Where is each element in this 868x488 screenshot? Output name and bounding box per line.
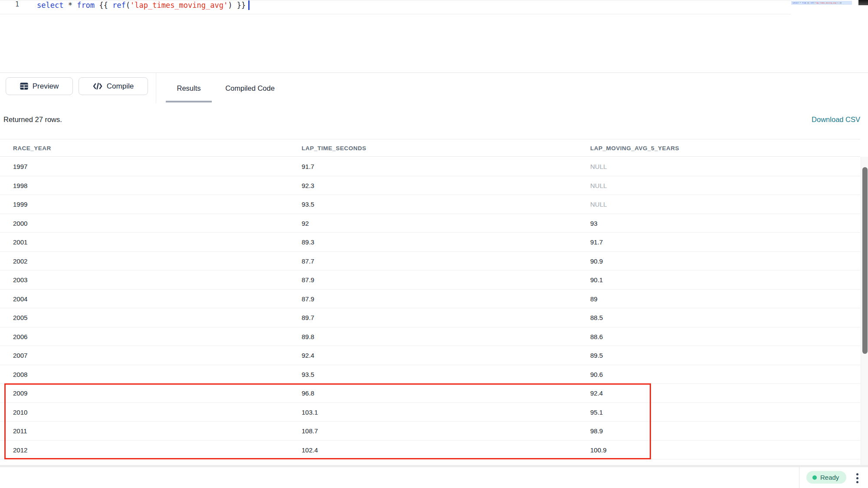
code-token: select bbox=[37, 1, 63, 10]
table-cell: 103.1 bbox=[302, 403, 318, 422]
table-cell: 87.9 bbox=[302, 290, 314, 309]
row-count-summary: Returned 27 rows. bbox=[3, 115, 62, 124]
compile-button[interactable]: Compile bbox=[79, 77, 148, 95]
table-cell: 90.9 bbox=[590, 252, 603, 271]
code-token: select bbox=[792, 2, 799, 4]
table-cell: 89.7 bbox=[302, 308, 314, 327]
table-cell: 89 bbox=[590, 290, 598, 309]
compile-button-label: Compile bbox=[107, 82, 134, 91]
table-cell: 1997 bbox=[13, 157, 27, 176]
text-cursor bbox=[248, 0, 250, 10]
table-scrollbar-track[interactable] bbox=[861, 157, 868, 465]
table-cell: 91.7 bbox=[302, 157, 314, 176]
table-cell: NULL bbox=[590, 195, 607, 214]
table-row: 199892.3NULL bbox=[0, 176, 860, 195]
table-row: 200287.790.9 bbox=[0, 252, 860, 271]
table-cell: 2010 bbox=[13, 403, 27, 422]
table-cell: 98.9 bbox=[590, 422, 603, 441]
results-summary-bar: Returned 27 rows. Download CSV bbox=[0, 103, 868, 139]
dbt-ide-panel: 1 select * from {{ ref('lap_times_moving… bbox=[0, 0, 868, 488]
table-row: 200387.990.1 bbox=[0, 270, 860, 290]
table-cell: 90.6 bbox=[590, 365, 603, 384]
table-cell: 2012 bbox=[13, 441, 27, 460]
code-token: ) }} bbox=[228, 1, 246, 10]
status-bar-divider bbox=[799, 467, 799, 488]
table-cell: 2003 bbox=[13, 270, 27, 290]
sql-editor[interactable]: 1 select * from {{ ref('lap_times_moving… bbox=[0, 0, 868, 73]
table-cell: 92.3 bbox=[302, 176, 314, 195]
table-cell: 89.8 bbox=[302, 327, 314, 346]
code-token: {{ bbox=[806, 2, 810, 4]
code-token: * bbox=[63, 1, 77, 10]
table-cell: 93.5 bbox=[302, 365, 314, 384]
table-cell: 2005 bbox=[13, 308, 27, 327]
sql-code-line[interactable]: select * from {{ ref('lap_times_moving_a… bbox=[37, 0, 250, 14]
editor-minimap[interactable]: select * from {{ ref('lap_times_moving_a… bbox=[791, 0, 852, 7]
tab-results-label: Results bbox=[177, 84, 201, 92]
tab-results[interactable]: Results bbox=[166, 73, 212, 103]
code-token: from bbox=[77, 1, 95, 10]
kebab-menu-icon[interactable] bbox=[855, 472, 859, 485]
column-header-lap-time-seconds: LAP_TIME_SECONDS bbox=[302, 139, 366, 157]
code-token: 'lap_times_moving_avg' bbox=[130, 1, 228, 10]
code-token: ref bbox=[112, 1, 126, 10]
download-csv-link[interactable]: Download CSV bbox=[812, 115, 860, 124]
table-row: 199993.5NULL bbox=[0, 195, 860, 214]
table-cell: 2007 bbox=[13, 346, 27, 365]
table-cell: 2004 bbox=[13, 290, 27, 309]
table-cell: 87.7 bbox=[302, 252, 314, 271]
table-scrollbar-thumb[interactable] bbox=[862, 167, 868, 354]
table-row: 2010103.195.1 bbox=[0, 403, 860, 422]
table-cell: 2000 bbox=[13, 214, 27, 233]
status-dot-icon bbox=[812, 475, 817, 480]
table-row: 200792.489.5 bbox=[0, 346, 860, 365]
table-cell: 89.5 bbox=[590, 346, 603, 365]
table-row: 200689.888.6 bbox=[0, 327, 860, 346]
code-token: * bbox=[799, 2, 802, 4]
table-row: 2012102.4100.9 bbox=[0, 441, 860, 460]
table-header-row: RACE_YEAR LAP_TIME_SECONDS LAP_MOVING_AV… bbox=[0, 139, 860, 157]
table-cell: 91.7 bbox=[590, 233, 603, 252]
table-cell: 93 bbox=[590, 214, 598, 233]
table-cell: 93.5 bbox=[302, 195, 314, 214]
preview-button[interactable]: Preview bbox=[6, 77, 73, 95]
status-label: Ready bbox=[820, 474, 839, 481]
table-row: 199791.7NULL bbox=[0, 157, 860, 176]
table-row: 200487.989 bbox=[0, 290, 860, 309]
table-cell: 88.5 bbox=[590, 308, 603, 327]
code-token: 'lap_times_moving_avg' bbox=[815, 2, 838, 4]
table-cell: 92.4 bbox=[302, 346, 314, 365]
table-cell: 2009 bbox=[13, 384, 27, 403]
table-cell: 108.7 bbox=[302, 422, 318, 441]
table-cell: 92.4 bbox=[590, 384, 603, 403]
editor-scrollbar-thumb[interactable] bbox=[858, 0, 868, 5]
table-cell: 90.1 bbox=[590, 270, 603, 290]
preview-button-label: Preview bbox=[33, 82, 59, 91]
table-cell: 87.9 bbox=[302, 270, 314, 290]
table-cell: 100.9 bbox=[590, 441, 607, 460]
table-cell: 1998 bbox=[13, 176, 27, 195]
results-toolbar: Preview Compile Results Compiled Code bbox=[0, 73, 868, 103]
active-tab-underline bbox=[166, 101, 212, 102]
code-token: ) }} bbox=[838, 2, 842, 4]
table-row: 200589.788.5 bbox=[0, 308, 860, 327]
table-grid-icon bbox=[20, 82, 28, 90]
table-row: 200996.892.4 bbox=[0, 384, 860, 403]
table-cell: 96.8 bbox=[302, 384, 314, 403]
table-row: 20009293 bbox=[0, 214, 860, 233]
table-cell: 1999 bbox=[13, 195, 27, 214]
table-cell: 92 bbox=[302, 214, 309, 233]
table-cell: 2001 bbox=[13, 233, 27, 252]
code-brackets-icon bbox=[93, 82, 102, 90]
table-row: 200893.590.6 bbox=[0, 365, 860, 384]
minimap-code-line: select * from {{ ref('lap_times_moving_a… bbox=[791, 1, 852, 5]
tab-compiled-code[interactable]: Compiled Code bbox=[220, 73, 280, 103]
code-token: {{ bbox=[95, 1, 112, 10]
table-cell: 2011 bbox=[13, 422, 27, 441]
table-cell: 2002 bbox=[13, 252, 27, 271]
table-row: 200189.391.7 bbox=[0, 233, 860, 252]
table-cell: NULL bbox=[590, 157, 607, 176]
table-cell: NULL bbox=[590, 176, 607, 195]
table-cell: 95.1 bbox=[590, 403, 603, 422]
column-header-lap-moving-avg-5-years: LAP_MOVING_AVG_5_YEARS bbox=[590, 139, 679, 157]
